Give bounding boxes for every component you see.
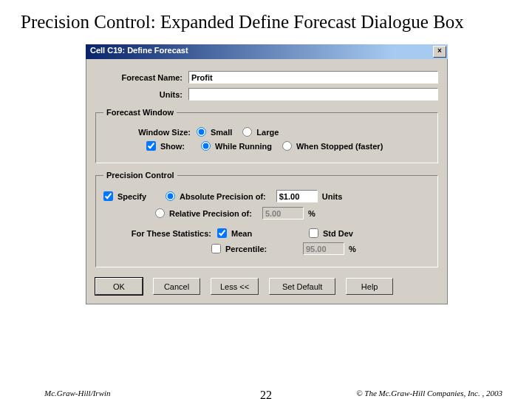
mean-option[interactable]: Mean [217, 228, 299, 238]
window-size-large[interactable]: Large [242, 127, 279, 137]
relative-precision-input [262, 207, 304, 219]
absolute-precision-option[interactable]: Absolute Precision of: [166, 191, 266, 201]
specify-label: Specify [117, 192, 146, 201]
radio-large-label: Large [256, 128, 279, 137]
radio-when-stopped-label: When Stopped (faster) [296, 142, 383, 151]
stddev-label: Std Dev [323, 229, 353, 238]
percentile-units-label: % [349, 245, 356, 253]
percentile-option[interactable]: Percentile: [211, 244, 293, 253]
show-when-stopped[interactable]: When Stopped (faster) [282, 141, 383, 151]
less-button[interactable]: Less << [211, 278, 259, 295]
stddev-option[interactable]: Std Dev [309, 228, 353, 238]
ok-button[interactable]: OK [95, 278, 143, 295]
radio-small-label: Small [211, 128, 232, 137]
dialog-title: Cell C19: Define Forecast [90, 46, 188, 55]
percentile-checkbox[interactable] [211, 244, 221, 253]
relative-units-label: % [308, 209, 316, 218]
units-label: Units: [95, 90, 188, 99]
help-button[interactable]: Help [346, 278, 393, 295]
absolute-label: Absolute Precision of: [180, 192, 266, 201]
show-while-running[interactable]: While Running [201, 141, 272, 151]
forecast-name-input[interactable] [188, 71, 438, 83]
show-label: Show: [160, 142, 185, 151]
relative-precision-option[interactable]: Relative Precision of: [155, 208, 252, 218]
stddev-checkbox[interactable] [309, 228, 318, 238]
radio-relative[interactable] [155, 208, 165, 218]
percentile-input [303, 242, 344, 255]
radio-large[interactable] [242, 127, 252, 137]
radio-while-running[interactable] [201, 141, 211, 151]
forecast-name-label: Forecast Name: [95, 73, 188, 82]
mean-label: Mean [231, 229, 252, 238]
footer-right: © The Mc.Graw-Hill Companies, Inc. , 200… [356, 389, 502, 398]
window-size-small[interactable]: Small [197, 127, 232, 137]
for-stats-label: For These Statistics: [103, 229, 217, 238]
dialog-titlebar[interactable]: Cell C19: Define Forecast × [86, 44, 448, 59]
close-icon[interactable]: × [433, 46, 446, 58]
show-option[interactable]: Show: [103, 141, 191, 151]
relative-label: Relative Precision of: [169, 209, 252, 218]
set-default-button[interactable]: Set Default [269, 278, 335, 295]
forecast-window-group: Forecast Window Window Size: Small Large… [95, 108, 438, 163]
specify-option[interactable]: Specify [103, 191, 155, 201]
define-forecast-dialog: Cell C19: Define Forecast × Forecast Nam… [86, 44, 448, 304]
dialog-body: Forecast Name: Units: Forecast Window Wi… [86, 59, 448, 304]
radio-absolute[interactable] [166, 191, 175, 201]
units-input[interactable] [188, 88, 438, 100]
forecast-window-legend: Forecast Window [103, 108, 177, 117]
radio-while-running-label: While Running [215, 142, 272, 151]
radio-when-stopped[interactable] [282, 141, 292, 151]
precision-control-group: Precision Control Specify Absolute Preci… [95, 171, 438, 267]
specify-checkbox[interactable] [103, 191, 113, 201]
percentile-label: Percentile: [225, 245, 267, 253]
absolute-units-label: Units [322, 192, 343, 201]
radio-small[interactable] [197, 127, 206, 137]
button-bar: OK Cancel Less << Set Default Help [95, 278, 438, 295]
precision-control-legend: Precision Control [103, 171, 177, 180]
cancel-button[interactable]: Cancel [153, 278, 200, 295]
absolute-precision-input[interactable] [276, 190, 318, 202]
slide-title: Precision Control: Expanded Define Forec… [0, 0, 532, 38]
show-checkbox[interactable] [146, 141, 156, 151]
mean-checkbox[interactable] [217, 228, 227, 238]
window-size-label: Window Size: [103, 128, 197, 137]
